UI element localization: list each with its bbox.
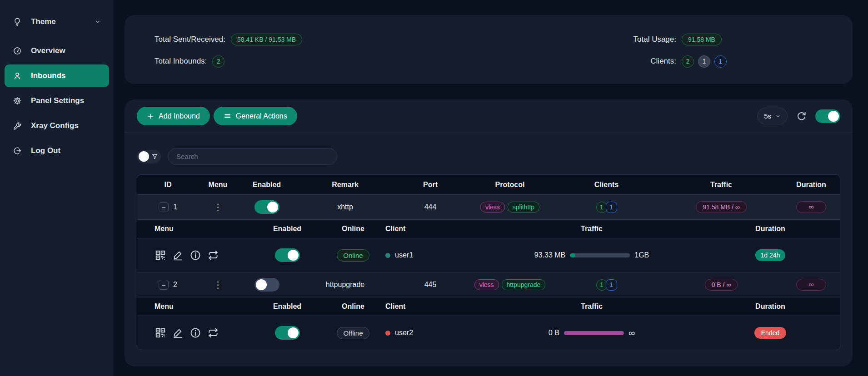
- client-status-badge: Online: [337, 249, 369, 262]
- edit-icon[interactable]: [172, 327, 184, 339]
- inbound-enabled-toggle[interactable]: [254, 278, 279, 292]
- sidebar-item-logout[interactable]: Log Out: [5, 139, 109, 162]
- collapse-row-icon[interactable]: −: [159, 202, 169, 212]
- inbound-id: 2: [173, 281, 177, 289]
- client-enabled-toggle[interactable]: [275, 326, 300, 340]
- toolbar: Add Inbound General Actions 5s: [137, 99, 840, 133]
- client-traffic-total: ∞: [629, 328, 635, 337]
- clients-label: Clients:: [509, 57, 676, 66]
- inbounds-table: ID Menu Enabled Remark Port Protocol Cli…: [137, 174, 840, 350]
- client-duration-badge: Ended: [754, 327, 786, 339]
- inbound-traffic-badge: 91.58 MB / ∞: [696, 201, 747, 213]
- client-enabled-toggle[interactable]: [275, 248, 300, 262]
- header-duration: Duration: [783, 181, 840, 189]
- inbound-enabled-toggle[interactable]: [254, 200, 279, 214]
- protocol-tag: vless: [480, 202, 505, 213]
- subheader-traffic: Traffic: [483, 302, 701, 311]
- row-menu-icon[interactable]: ⋮: [214, 280, 223, 289]
- dashboard-icon: [13, 46, 22, 55]
- inbound-id: 1: [173, 203, 177, 211]
- lightbulb-icon: [13, 17, 22, 26]
- inbound-remark: xhttp: [296, 203, 394, 211]
- gear-icon: [13, 96, 22, 105]
- filter-toggle-knob: [139, 151, 149, 162]
- edit-icon[interactable]: [172, 250, 184, 261]
- subheader-online: Online: [328, 225, 378, 233]
- hamburger-icon: [224, 112, 231, 120]
- inbound-duration-badge: ∞: [796, 279, 826, 291]
- sidebar-item-overview[interactable]: Overview: [5, 40, 109, 62]
- header-id: ID: [137, 181, 199, 189]
- search-row: [137, 133, 840, 165]
- header-port: Port: [394, 181, 467, 189]
- qr-code-icon[interactable]: [155, 327, 166, 339]
- search-input[interactable]: [168, 148, 337, 165]
- subheader-online: Online: [328, 302, 378, 311]
- client-row-1: Online user1 93.33 MB 1GB 1d 24h: [137, 238, 840, 272]
- client-table-header-1: Menu Enabled Online Client Traffic Durat…: [137, 219, 840, 238]
- sidebar-item-label: Overview: [31, 46, 65, 55]
- auto-refresh-toggle[interactable]: [815, 109, 840, 123]
- info-icon[interactable]: [190, 249, 201, 261]
- client-name: user1: [395, 251, 413, 259]
- transport-tag: splithttp: [508, 202, 539, 213]
- client-duration-badge: 1d 24h: [755, 249, 786, 261]
- header-enabled: Enabled: [237, 181, 296, 189]
- sidebar-item-label: Panel Settings: [31, 96, 84, 105]
- sidebar-item-label: Log Out: [31, 146, 60, 155]
- subheader-enabled: Enabled: [246, 225, 328, 233]
- sidebar-item-panel-settings[interactable]: Panel Settings: [5, 89, 109, 112]
- funnel-icon: [151, 153, 158, 160]
- client-traffic-used: 93.33 MB: [534, 251, 565, 259]
- inbound-port: 444: [394, 203, 467, 211]
- reset-traffic-icon[interactable]: [207, 249, 219, 261]
- reset-traffic-icon[interactable]: [207, 327, 219, 339]
- sidebar-item-theme[interactable]: Theme: [5, 10, 109, 33]
- header-menu: Menu: [199, 181, 237, 189]
- client-traffic-total: 1GB: [634, 251, 649, 259]
- client-status-badge: Offline: [337, 327, 369, 339]
- clients-online-badge: 1: [714, 55, 727, 68]
- client-traffic-bar: [570, 253, 630, 257]
- wrench-icon: [13, 121, 22, 130]
- client-count-blue: 1: [606, 279, 617, 291]
- sidebar-item-label: Xray Configs: [31, 121, 79, 130]
- header-remark: Remark: [296, 181, 394, 189]
- subheader-menu: Menu: [137, 225, 246, 233]
- subheader-duration: Duration: [701, 302, 840, 311]
- plus-icon: [147, 113, 154, 120]
- general-actions-label: General Actions: [236, 112, 287, 120]
- client-status-dot: [385, 253, 390, 258]
- sidebar-item-inbounds[interactable]: Inbounds: [5, 64, 109, 87]
- refresh-icon[interactable]: [796, 110, 807, 122]
- client-table-header-2: Menu Enabled Online Client Traffic Durat…: [137, 297, 840, 316]
- total-inbounds-label: Total Inbounds:: [155, 57, 207, 66]
- sidebar: Theme Overview Inbounds Panel Settings: [0, 0, 114, 376]
- app-window: Theme Overview Inbounds Panel Settings: [0, 0, 868, 376]
- logout-icon: [13, 146, 22, 155]
- filter-toggle[interactable]: [137, 150, 161, 163]
- client-row-2: Offline user2 0 B ∞ Ended: [137, 316, 840, 350]
- inbound-row-1: − 1 ⋮ xhttp 444 vless splithttp 1 1: [137, 194, 840, 219]
- refresh-interval-select[interactable]: 5s: [757, 108, 788, 124]
- qr-code-icon[interactable]: [155, 249, 166, 261]
- subheader-client: Client: [378, 302, 483, 311]
- row-menu-icon[interactable]: ⋮: [214, 203, 223, 212]
- header-traffic: Traffic: [660, 181, 783, 189]
- refresh-interval-value: 5s: [764, 112, 771, 120]
- inbounds-panel: Add Inbound General Actions 5s: [125, 99, 853, 366]
- add-inbound-button[interactable]: Add Inbound: [137, 107, 210, 125]
- info-icon[interactable]: [190, 327, 201, 339]
- sidebar-item-label: Inbounds: [31, 71, 65, 80]
- client-traffic-used: 0 B: [549, 329, 559, 337]
- inbound-traffic-badge: 0 B / ∞: [705, 279, 738, 291]
- stats-card: Total Sent/Received: 58.41 KB / 91.53 MB…: [125, 15, 853, 84]
- inbound-duration-badge: ∞: [796, 201, 826, 213]
- protocol-tag: vless: [474, 279, 499, 290]
- general-actions-button[interactable]: General Actions: [214, 107, 297, 125]
- sidebar-item-xray-configs[interactable]: Xray Configs: [5, 114, 109, 137]
- inbound-remark: httpupgrade: [296, 281, 394, 289]
- collapse-row-icon[interactable]: −: [159, 280, 169, 290]
- total-usage-label: Total Usage:: [509, 35, 676, 44]
- chevron-down-icon: [775, 114, 781, 119]
